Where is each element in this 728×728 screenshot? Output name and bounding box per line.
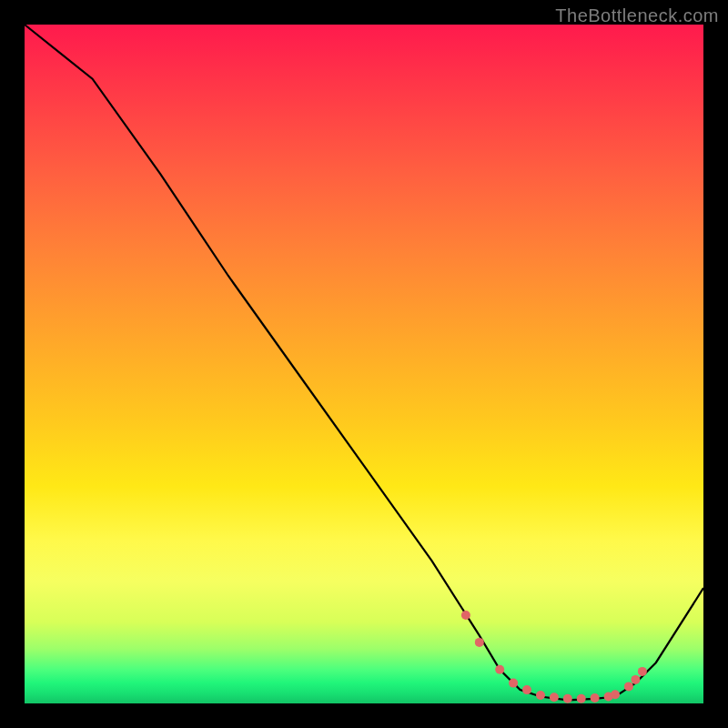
- marker-dot: [475, 638, 484, 647]
- watermark-text: TheBottleneck.com: [555, 5, 719, 26]
- marker-dot: [631, 675, 640, 684]
- chart-svg: [25, 25, 703, 703]
- marker-dot: [577, 694, 586, 703]
- marker-dot: [624, 682, 633, 691]
- marker-dot: [495, 665, 504, 674]
- marker-dot: [536, 691, 545, 700]
- marker-dot: [461, 611, 470, 620]
- marker-dot: [591, 693, 600, 703]
- marker-dot: [522, 685, 531, 694]
- curve-path: [25, 25, 703, 700]
- marker-dot: [638, 667, 647, 676]
- marker-dot: [550, 693, 559, 702]
- marker-dot: [611, 690, 620, 699]
- marker-dot: [509, 679, 518, 688]
- chart-frame: TheBottleneck.com: [0, 0, 728, 728]
- marker-dot: [563, 694, 572, 703]
- marker-group: [461, 611, 647, 703]
